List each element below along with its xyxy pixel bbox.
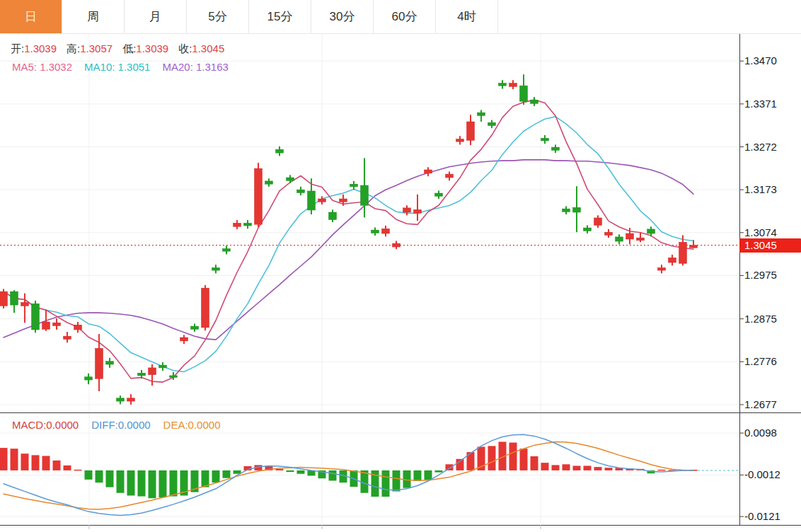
macd-bar (0, 448, 8, 470)
macd-tick-label: 0.0098 (744, 427, 800, 439)
price-tick-label: 1.3173 (744, 183, 800, 196)
tab-日[interactable]: 日 (0, 0, 62, 33)
macd-tick-label: -0.0121 (744, 510, 800, 523)
price-tick-label: 1.3371 (744, 98, 800, 110)
chart-canvas[interactable] (0, 0, 801, 532)
candle-body (170, 376, 178, 378)
candle-body (488, 122, 496, 125)
price-tick-label: 1.2776 (744, 355, 800, 368)
macd-bar (159, 470, 167, 497)
candle-body (234, 223, 241, 226)
candle-body (435, 193, 443, 196)
macd-bar (658, 470, 666, 471)
candle-body (467, 122, 475, 140)
candle-wick (640, 232, 641, 242)
macd-bar (212, 470, 220, 482)
price-tick-label: 1.2975 (744, 269, 800, 282)
macd-bar (435, 470, 443, 473)
candle-body (149, 368, 156, 375)
macd-bar (64, 466, 71, 470)
macd-bar (287, 470, 294, 472)
macd-bar (573, 466, 581, 470)
high-label: 高: (67, 42, 80, 54)
candle-body (308, 191, 316, 210)
candle-body (180, 337, 188, 341)
candle-body (658, 267, 666, 270)
candle-body (117, 398, 125, 401)
macd-legend: MACD:0.0000 DIFF:0.0000 DEA:0.0000 (12, 419, 230, 431)
price-tick-label: 1.2677 (744, 398, 800, 411)
candle-body (212, 267, 220, 270)
macd-bar (297, 470, 305, 474)
candle-body (478, 112, 485, 115)
tab-周[interactable]: 周 (62, 0, 125, 33)
macd-bar (202, 470, 209, 487)
candle-body (64, 336, 71, 339)
candle-body (85, 377, 93, 380)
candle-body (584, 228, 592, 231)
macd-bar (127, 470, 135, 496)
tab-月[interactable]: 月 (125, 0, 187, 33)
open-label: 开: (11, 42, 24, 54)
macd-bar (531, 456, 538, 470)
candle-body (11, 291, 18, 305)
ohlc-close: 收:1.3045 (178, 42, 224, 56)
candle-body (626, 233, 634, 239)
candle-body (531, 100, 538, 103)
macd-bar (594, 467, 602, 470)
open-value: 1.3039 (24, 42, 57, 54)
candle-body (202, 288, 209, 328)
candle-body (127, 398, 135, 401)
macd-bar (488, 446, 496, 470)
candle-body (329, 212, 337, 219)
ma5-legend: MA5: 1.3032 (12, 61, 72, 73)
ma-legend: MA5: 1.3032 MA10: 1.3051 MA20: 1.3163 (12, 61, 238, 73)
tab-4时[interactable]: 4时 (436, 0, 498, 33)
macd-bar (138, 470, 146, 497)
macd-tick-label: -0.0012 (744, 468, 800, 481)
candle-body (594, 218, 602, 225)
candle-body (0, 291, 8, 306)
diff-value-legend: DIFF:0.0000 (91, 419, 150, 431)
tab-5分[interactable]: 5分 (187, 0, 249, 33)
candle-body (647, 229, 655, 233)
candle-body (106, 362, 114, 364)
candle-body (318, 199, 326, 202)
candle-body (265, 181, 273, 184)
trading-chart-app: 日周月5分15分30分60分4时 开:1.3039 高:1.3057 低:1.3… (0, 0, 801, 532)
tab-30分[interactable]: 30分 (311, 0, 374, 33)
tab-60分[interactable]: 60分 (374, 0, 436, 33)
candle-body (223, 248, 231, 251)
macd-bar (276, 469, 284, 470)
macd-bar (42, 456, 50, 470)
macd-bar (509, 443, 517, 470)
tab-15分[interactable]: 15分 (249, 0, 311, 33)
candle-body (191, 326, 199, 329)
candle-body (138, 373, 146, 376)
ma20-legend: MA20: 1.3163 (162, 61, 228, 73)
candle-body (96, 348, 103, 378)
low-value: 1.3039 (136, 42, 168, 54)
ma20-line (4, 160, 693, 340)
candle-body (414, 209, 422, 213)
ohlc-low: 低:1.3039 (122, 42, 168, 56)
candle-body (563, 209, 570, 212)
macd-bar (393, 470, 400, 492)
candle-wick (151, 364, 153, 386)
candle-wick (24, 294, 25, 323)
current-price-badge: 1.3045 (739, 238, 801, 253)
candle-body (669, 258, 676, 262)
dea-value-legend: DEA:0.0000 (163, 419, 221, 431)
macd-bar (11, 449, 18, 470)
macd-bar (563, 464, 570, 470)
candle-body (541, 138, 549, 141)
price-tick-label: 1.3074 (744, 226, 800, 239)
candle-body (552, 147, 560, 150)
macd-bar (605, 468, 613, 470)
macd-bar (446, 464, 454, 470)
candle-body (21, 302, 29, 306)
candle-wick (480, 110, 482, 122)
macd-bar (520, 449, 528, 470)
macd-bar (382, 470, 390, 497)
ohlc-open: 开:1.3039 (11, 42, 57, 56)
